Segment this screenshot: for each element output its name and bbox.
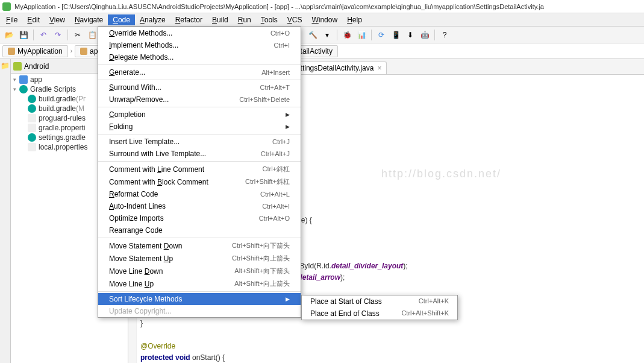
- menu-item-move-statement-up[interactable]: Move Statement UpCtrl+Shift+向上箭头: [98, 252, 301, 265]
- save-icon[interactable]: 💾: [18, 30, 29, 40]
- tree-label: app: [30, 75, 42, 84]
- shortcut-label: Alt+Shift+向下箭头: [234, 267, 290, 276]
- hammer-icon[interactable]: 🔨: [307, 30, 318, 40]
- menu-item-move-statement-down[interactable]: Move Statement DownCtrl+Shift+向下箭头: [98, 239, 301, 252]
- tree-label: settings.gradle: [39, 133, 86, 142]
- help-icon[interactable]: ?: [439, 30, 450, 40]
- gradle-icon: [28, 104, 36, 113]
- menu-item-label: Update Copyright...: [109, 307, 171, 315]
- menu-item-surround-with[interactable]: Surround With...Ctrl+Alt+T: [98, 81, 301, 93]
- android-icon[interactable]: 🤖: [419, 30, 430, 40]
- android-icon: [13, 62, 22, 71]
- menu-item-comment-with-line-comment[interactable]: Comment with Line CommentCtrl+斜杠: [98, 163, 301, 175]
- folder-icon: [8, 48, 15, 55]
- tab-label: SettingsDetailActivity.java: [292, 64, 374, 72]
- menu-window[interactable]: Window: [307, 14, 342, 25]
- menu-item-implement-methods[interactable]: Implement Methods...Ctrl+I: [98, 39, 301, 51]
- shortcut-label: Ctrl+Alt+L: [260, 191, 290, 198]
- separator: [371, 30, 372, 40]
- tree-suffix: (M: [76, 104, 84, 113]
- menu-item-label: Optimize Imports: [109, 214, 164, 223]
- menu-refactor[interactable]: Refactor: [170, 14, 207, 25]
- tree-suffix: (Pr: [76, 95, 86, 103]
- project-tool-icon[interactable]: 📁: [1, 62, 10, 70]
- menu-item-surround-with-live-template[interactable]: Surround with Live Template...Ctrl+Alt+J: [98, 148, 301, 160]
- menu-divider: [98, 291, 301, 292]
- menu-item-label: Move Line Up: [109, 280, 154, 288]
- shortcut-label: Ctrl+J: [272, 138, 290, 145]
- menu-item-folding[interactable]: Folding▶: [98, 121, 301, 133]
- menu-divider: [98, 238, 301, 238]
- menu-help[interactable]: Help: [342, 14, 367, 25]
- gradle-icon: [28, 95, 36, 103]
- redo-icon[interactable]: ↷: [52, 30, 63, 40]
- menu-item-auto-indent-lines[interactable]: Auto-Indent LinesCtrl+Alt+I: [98, 200, 301, 212]
- submenu-item[interactable]: Place at End of ClassCtrl+Alt+Shift+K: [302, 308, 457, 320]
- menu-item-unwrap-remove[interactable]: Unwrap/Remove...Ctrl+Shift+Delete: [98, 93, 301, 106]
- tree-label: local.properties: [39, 143, 87, 151]
- separator: [434, 30, 435, 40]
- sync-icon[interactable]: ⟳: [376, 30, 387, 40]
- menu-item-insert-live-template[interactable]: Insert Live Template...Ctrl+J: [98, 136, 301, 148]
- menu-item-optimize-imports[interactable]: Optimize ImportsCtrl+Alt+O: [98, 212, 301, 224]
- sdk-icon[interactable]: ⬇: [405, 30, 416, 40]
- gradle-group-icon: [19, 85, 28, 93]
- menu-item-label: Reformat Code: [109, 190, 158, 198]
- breadcrumb-separator: ›: [68, 48, 75, 54]
- menu-item-label: Generate...: [109, 68, 145, 77]
- tree-arrow-icon: ▾: [13, 77, 19, 83]
- folder-icon: [80, 48, 87, 55]
- menu-item-comment-with-block-comment[interactable]: Comment with Block CommentCtrl+Shift+斜杠: [98, 175, 301, 188]
- menu-item-rearrange-code[interactable]: Rearrange Code: [98, 224, 301, 236]
- avd-icon[interactable]: 📱: [390, 30, 401, 40]
- undo-icon[interactable]: ↶: [38, 30, 49, 40]
- menu-tools[interactable]: Tools: [256, 14, 283, 25]
- breadcrumb-bar: MyApplication›app›qinghua_liu›myapplicat…: [0, 43, 644, 59]
- shortcut-label: Ctrl+Shift+向下箭头: [232, 241, 290, 250]
- close-icon[interactable]: ×: [377, 64, 381, 72]
- menu-item-completion[interactable]: Completion▶: [98, 109, 301, 121]
- menu-item-move-line-up[interactable]: Move Line UpAlt+Shift+向上箭头: [98, 277, 301, 290]
- menu-item-generate[interactable]: Generate...Alt+Insert: [98, 66, 301, 78]
- tree-arrow-icon: ▾: [13, 86, 19, 92]
- tree-label: proguard-rules: [39, 114, 86, 122]
- run-dropdown-icon[interactable]: ▾: [322, 30, 333, 40]
- main-toolbar: 📂 💾 ↶ ↷ ✂ 📋 🔨 ▾ 🐞 📊 ⟳ 📱 ⬇ 🤖 ?: [0, 27, 644, 43]
- menu-vcs[interactable]: VCS: [283, 14, 307, 25]
- menu-item-sort-lifecycle-methods[interactable]: Sort Lifecycle Methods▶: [98, 293, 301, 305]
- menu-run[interactable]: Run: [233, 14, 256, 25]
- open-icon[interactable]: 📂: [4, 30, 14, 40]
- separator: [33, 30, 34, 40]
- menu-code[interactable]: Code: [108, 14, 135, 25]
- separator: [337, 30, 337, 40]
- copy-icon[interactable]: 📋: [87, 30, 98, 40]
- menu-bar: FileEditViewNavigateCodeAnalyzeRefactorB…: [0, 13, 644, 27]
- menu-item-override-methods[interactable]: Override Methods...Ctrl+O: [98, 27, 301, 39]
- submenu-arrow-icon: ▶: [286, 112, 290, 118]
- window-title-bar: MyApplication - [C:\Users\Qinghua.Liu.AS…: [0, 0, 644, 13]
- app-icon: [2, 2, 11, 11]
- menu-navigate[interactable]: Navigate: [70, 14, 108, 25]
- menu-item-delegate-methods[interactable]: Delegate Methods...: [98, 51, 301, 63]
- submenu-label: Place at End of Class: [310, 309, 380, 318]
- breadcrumb-item[interactable]: MyApplication: [2, 45, 68, 57]
- breadcrumb-label: MyApplication: [17, 47, 63, 55]
- menu-item-update-copyright: Update Copyright...: [98, 305, 301, 317]
- menu-item-label: Auto-Indent Lines: [109, 202, 166, 210]
- menu-item-reformat-code[interactable]: Reformat CodeCtrl+Alt+L: [98, 188, 301, 200]
- menu-item-move-line-down[interactable]: Move Line DownAlt+Shift+向下箭头: [98, 265, 301, 277]
- code-menu-dropdown: Override Methods...Ctrl+OImplement Metho…: [98, 27, 301, 318]
- menu-file[interactable]: File: [1, 14, 22, 25]
- menu-item-label: Move Statement Up: [109, 254, 173, 263]
- menu-analyze[interactable]: Analyze: [135, 14, 170, 25]
- cut-icon[interactable]: ✂: [72, 30, 83, 40]
- menu-item-label: Surround With...: [109, 83, 161, 92]
- menu-edit[interactable]: Edit: [22, 14, 45, 25]
- tree-label: build.gradle: [39, 104, 76, 113]
- profile-icon[interactable]: 📊: [356, 30, 367, 40]
- menu-divider: [98, 80, 301, 80]
- submenu-item[interactable]: Place at Start of ClassCtrl+Alt+K: [302, 295, 457, 308]
- menu-build[interactable]: Build: [207, 14, 233, 25]
- menu-view[interactable]: View: [45, 14, 70, 25]
- debug-icon[interactable]: 🐞: [342, 30, 352, 40]
